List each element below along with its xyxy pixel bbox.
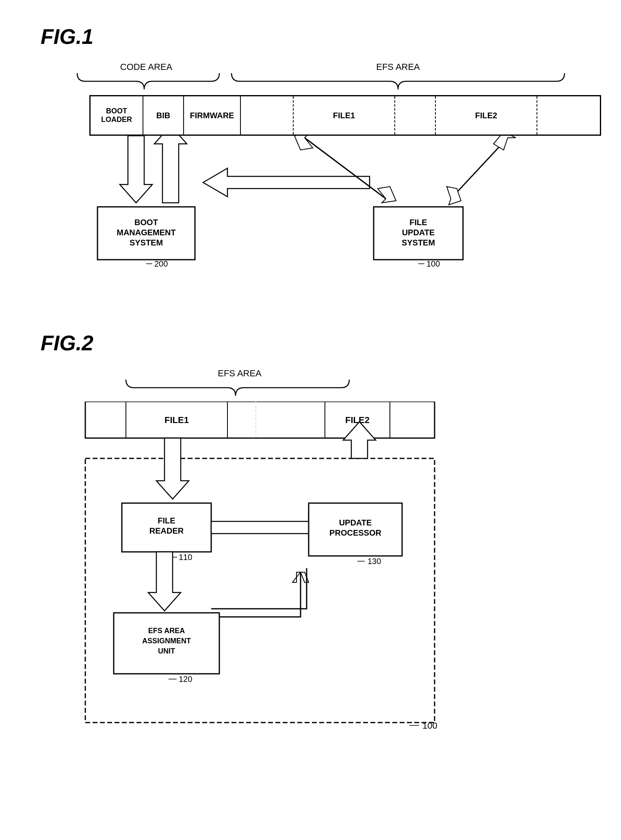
fig2-outer-box — [85, 458, 435, 723]
cell-file1: FILE1 — [294, 96, 395, 135]
cell-gap1 — [241, 96, 294, 135]
efs-area-label: EFS AREA — [376, 62, 420, 72]
fus-num: 100 — [426, 259, 440, 268]
ea-text3: UNIT — [158, 647, 175, 655]
fig2-container: FIG.2 EFS AREA FILE1 FILE2 — [24, 323, 597, 777]
fr-text1: FILE — [158, 516, 175, 525]
arrow-bms-to-bib — [154, 136, 187, 203]
efs-area-brace — [232, 73, 565, 89]
arrow-bib-to-bms — [120, 136, 152, 203]
fus-text-line1: FILE — [409, 218, 427, 227]
fig2-outer-num: 100 — [422, 721, 437, 731]
fig1-label: FIG.1 — [41, 24, 580, 49]
cell-gap3 — [537, 96, 600, 135]
arrow-file1-diag-tail — [294, 136, 313, 150]
fig1-braces: CODE AREA EFS AREA — [65, 61, 613, 93]
fr-num: 110 — [179, 553, 192, 562]
bms-num: 200 — [154, 259, 168, 268]
code-area-brace — [77, 73, 219, 89]
cell-firmware: FIRMWARE — [184, 96, 241, 135]
memory-bar: BOOT LOADER BIB FIRMWARE FILE1 FILE2 — [89, 95, 601, 136]
fig2-file1-label: FILE1 — [164, 415, 189, 425]
ea-num: 120 — [179, 675, 192, 684]
arrow-fus-to-file2-head — [493, 136, 516, 150]
code-area-label: CODE AREA — [120, 62, 173, 72]
up-num: 130 — [368, 557, 381, 566]
cell-bib: BIB — [143, 96, 184, 135]
ea-text1: EFS AREA — [148, 627, 185, 635]
up-text2: PROCESSOR — [329, 528, 381, 537]
fig2-efs-label: EFS AREA — [218, 368, 262, 378]
arrow-file1-diag-line — [305, 138, 386, 199]
cell-bootloader: BOOT LOADER — [91, 96, 143, 135]
fig2-label: FIG.2 — [41, 331, 580, 355]
fig1-arrows: BOOT MANAGEMENT SYSTEM 200 FILE UPDATE S… — [65, 136, 577, 282]
fig1-container: FIG.1 CODE AREA EFS AREA BOOT LOADER BIB… — [24, 16, 597, 290]
bms-text-line1: BOOT — [134, 218, 158, 227]
arrow-fus-to-bms — [203, 168, 370, 197]
cell-file2: FILE2 — [436, 96, 537, 135]
fig2-diagram: FILE1 FILE2 FILE READER 110 — [81, 402, 487, 767]
up-text1: UPDATE — [339, 518, 372, 527]
fus-text-line2: UPDATE — [402, 228, 435, 237]
fus-text-line3: SYSTEM — [402, 238, 435, 247]
fr-text2: READER — [149, 526, 184, 535]
cell-gap2 — [395, 96, 436, 135]
fig2-efs-brace — [126, 380, 349, 396]
bms-text-line3: SYSTEM — [130, 238, 163, 247]
fig2-braces: EFS AREA — [81, 367, 487, 400]
fig2-membar — [85, 402, 435, 438]
ea-text2: ASSIGNMENT — [142, 637, 191, 645]
bms-text-line2: MANAGEMENT — [117, 228, 176, 237]
